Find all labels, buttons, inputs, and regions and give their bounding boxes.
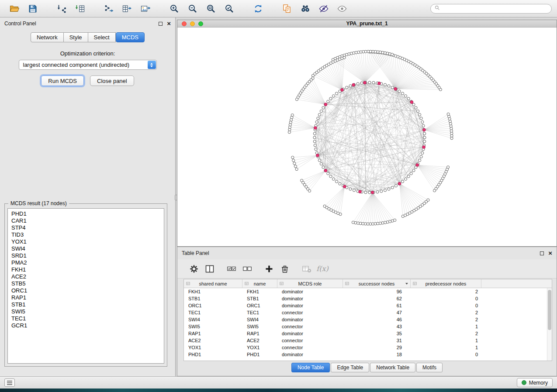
table-row[interactable]: FKH1FKH1dominator962 bbox=[184, 288, 552, 295]
scrollbar-thumb[interactable] bbox=[548, 290, 551, 330]
result-item[interactable]: TID3 bbox=[11, 231, 160, 238]
network-view[interactable] bbox=[177, 28, 557, 246]
result-item[interactable]: PHD1 bbox=[11, 210, 160, 217]
result-item[interactable]: ORC1 bbox=[11, 287, 160, 294]
result-item[interactable]: STB5 bbox=[11, 280, 160, 287]
trash-icon[interactable] bbox=[277, 262, 293, 275]
table-row[interactable]: STB1STB1dominator620 bbox=[184, 295, 552, 302]
tab-mcds[interactable]: MCDS bbox=[116, 32, 145, 42]
table-cell: ACE2 bbox=[242, 338, 277, 343]
zoom-in-icon[interactable] bbox=[165, 2, 183, 15]
close-panel-icon[interactable]: × bbox=[167, 21, 171, 26]
tab-style[interactable]: Style bbox=[64, 32, 88, 42]
tab-edge-table[interactable]: Edge Table bbox=[331, 363, 369, 372]
result-item[interactable]: STB1 bbox=[11, 301, 160, 308]
result-item[interactable]: SWI5 bbox=[11, 308, 160, 315]
show-details-icon[interactable] bbox=[333, 2, 351, 15]
sort-caret-icon bbox=[405, 283, 408, 285]
optimization-dropdown[interactable]: largest connected component (undirected) bbox=[19, 60, 157, 70]
result-item[interactable]: RAP1 bbox=[11, 294, 160, 301]
dropdown-selected-value: largest connected component (undirected) bbox=[23, 62, 130, 68]
table-cell: 61 bbox=[343, 303, 411, 308]
result-item[interactable]: YOX1 bbox=[11, 238, 160, 245]
table-cell: dominator bbox=[277, 289, 343, 294]
binoculars-icon[interactable] bbox=[296, 2, 315, 15]
table-row[interactable]: RAP1RAP1dominator352 bbox=[184, 330, 552, 337]
save-icon[interactable] bbox=[24, 2, 42, 15]
result-item[interactable]: ACE2 bbox=[11, 273, 160, 280]
result-item[interactable]: TEC1 bbox=[11, 315, 160, 322]
table-row[interactable]: ACE2ACE2connector311 bbox=[184, 337, 552, 344]
search-input[interactable] bbox=[430, 4, 552, 14]
status-menu-icon[interactable] bbox=[4, 378, 15, 387]
columns-icon[interactable] bbox=[202, 262, 218, 275]
network-window-titlebar[interactable]: YPA_prune.txt_1 bbox=[177, 20, 557, 28]
unselect-all-icon[interactable] bbox=[239, 262, 255, 275]
column-header-predecessor-nodes[interactable]: predecessor nodes bbox=[411, 279, 481, 288]
result-item[interactable]: GCR1 bbox=[11, 322, 160, 329]
zoom-selected-icon[interactable] bbox=[220, 2, 239, 15]
select-all-icon[interactable] bbox=[224, 262, 239, 275]
window-zoom-button[interactable] bbox=[198, 21, 203, 26]
close-panel-button[interactable]: Close panel bbox=[90, 76, 134, 86]
result-item[interactable]: STP4 bbox=[11, 224, 160, 231]
memory-button[interactable]: Memory bbox=[517, 378, 553, 387]
export-image-icon[interactable] bbox=[136, 2, 155, 15]
column-label: name bbox=[254, 281, 266, 286]
tab-node-table[interactable]: Node Table bbox=[291, 363, 330, 372]
add-icon[interactable] bbox=[261, 262, 277, 275]
export-table-icon[interactable] bbox=[118, 2, 136, 15]
export-network-icon[interactable] bbox=[100, 2, 118, 15]
mcds-result-list[interactable]: PHD1CAR1STP4TID3YOX1SWI4SRD1PMA2FKH1ACE2… bbox=[7, 208, 164, 364]
float-panel-icon[interactable] bbox=[159, 22, 163, 26]
table-cell: 1 bbox=[411, 338, 481, 343]
run-mcds-button[interactable]: Run MCDS bbox=[41, 76, 84, 86]
table-cell: STB1 bbox=[242, 296, 277, 301]
column-header-MCDS-role[interactable]: MCDS role bbox=[277, 279, 343, 288]
tab-network[interactable]: Network bbox=[31, 32, 64, 42]
table-row[interactable]: SWI4SWI4dominator462 bbox=[184, 316, 552, 323]
result-item[interactable]: SRD1 bbox=[11, 252, 160, 259]
import-network-icon[interactable] bbox=[52, 2, 71, 15]
window-minimize-button[interactable] bbox=[190, 21, 195, 26]
table-row[interactable]: PHD1PHD1dominator180 bbox=[184, 351, 552, 358]
table-row[interactable]: YOX1YOX1connector291 bbox=[184, 344, 552, 351]
network-canvas-svg[interactable] bbox=[177, 28, 557, 246]
column-header-name[interactable]: name bbox=[242, 279, 277, 288]
main-toolbar-groups bbox=[5, 2, 362, 15]
column-header-successor-nodes[interactable]: successor nodes bbox=[343, 279, 411, 288]
table-cell: 0 bbox=[411, 352, 481, 357]
gear-icon[interactable] bbox=[186, 262, 202, 275]
refresh-icon[interactable] bbox=[249, 2, 267, 15]
table-row[interactable]: SWI5SWI5connector431 bbox=[184, 323, 552, 330]
import-table-icon[interactable] bbox=[71, 2, 89, 15]
result-item[interactable]: PMA2 bbox=[11, 259, 160, 266]
table-cell: SWI4 bbox=[184, 317, 242, 322]
tab-select[interactable]: Select bbox=[88, 32, 116, 42]
result-item[interactable]: SWI4 bbox=[11, 245, 160, 252]
column-header-shared-name[interactable]: shared name bbox=[184, 279, 242, 288]
zoom-out-icon[interactable] bbox=[183, 2, 202, 15]
table-cell: dominator bbox=[277, 296, 343, 301]
mini-table-icon bbox=[244, 281, 249, 287]
window-close-button[interactable] bbox=[182, 21, 187, 26]
table-cell: SWI4 bbox=[242, 317, 277, 322]
table-row[interactable]: ORC1ORC1dominator610 bbox=[184, 302, 552, 309]
result-item[interactable]: FKH1 bbox=[11, 266, 160, 273]
table-cell: 2 bbox=[411, 331, 481, 336]
copy-share-icon[interactable] bbox=[278, 2, 296, 15]
table-panel-header: Table Panel × bbox=[177, 247, 557, 259]
zoom-fit-icon[interactable] bbox=[202, 2, 220, 15]
tab-motifs[interactable]: Motifs bbox=[416, 363, 443, 372]
float-table-panel-icon[interactable] bbox=[540, 251, 544, 255]
table-scrollbar[interactable] bbox=[547, 288, 552, 361]
table-cell: 62 bbox=[343, 296, 411, 301]
table-row[interactable]: TEC1TEC1connector472 bbox=[184, 309, 552, 316]
close-table-panel-icon[interactable]: × bbox=[548, 251, 552, 256]
control-panel: Control Panel × NetworkStyleSelectMCDS O… bbox=[0, 17, 176, 376]
table-cell: dominator bbox=[277, 331, 343, 336]
result-item[interactable]: CAR1 bbox=[11, 217, 160, 224]
tab-network-table[interactable]: Network Table bbox=[370, 363, 415, 372]
hide-details-icon[interactable] bbox=[315, 2, 333, 15]
open-folder-icon[interactable] bbox=[5, 2, 24, 15]
